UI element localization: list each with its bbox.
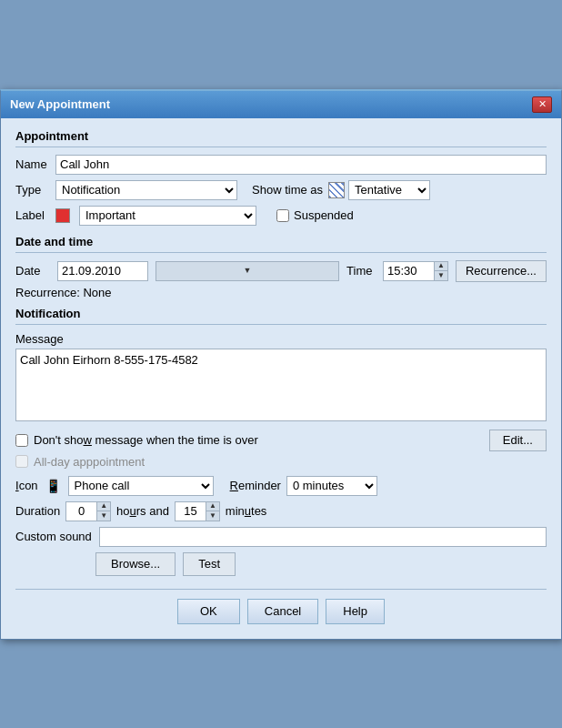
hours-up-btn[interactable]: ▲ [97, 502, 110, 511]
duration-hours-input[interactable] [65, 501, 96, 521]
reminder-select[interactable]: 0 minutes [286, 476, 377, 496]
show-time-label: Show time as [252, 183, 323, 197]
duration-row: Duration ▲ ▼ hours and ▲ ▼ minutes [15, 501, 547, 521]
label-color-box [55, 208, 70, 223]
appointment-divider [15, 147, 547, 147]
duration-minutes-wrap: ▲ ▼ [175, 501, 220, 521]
time-down-btn[interactable]: ▼ [435, 270, 447, 280]
label-label: Label [15, 208, 50, 222]
footer-buttons: OK Cancel Help [15, 589, 547, 624]
tentative-select-wrap: Tentative [328, 180, 430, 200]
suspended-group: Suspended [276, 208, 354, 222]
title-bar: New Appointment ✕ [1, 91, 561, 118]
dont-show-row: Don't show message when the time is over… [15, 430, 547, 451]
custom-sound-row: Custom sound [15, 527, 547, 547]
type-label: Type [15, 183, 50, 197]
duration-minutes-input[interactable] [175, 501, 206, 521]
name-row: Name [15, 155, 547, 175]
label-row: Label Important Suspended [15, 206, 547, 226]
recurrence-button[interactable]: Recurrence... [456, 260, 547, 282]
notification-section-title: Notification [15, 307, 547, 320]
custom-sound-input[interactable] [99, 527, 547, 547]
date-label: Date [15, 264, 50, 278]
suspended-checkbox[interactable] [276, 209, 289, 222]
new-appointment-dialog: New Appointment ✕ Appointment Name Type … [0, 89, 562, 640]
date-dropdown-btn[interactable]: ▼ [156, 261, 339, 281]
type-select[interactable]: Notification [55, 180, 237, 200]
appointment-section-title: Appointment [15, 129, 547, 143]
notification-divider [15, 324, 547, 325]
label-select[interactable]: Important [79, 206, 256, 226]
allday-row: All-day apppointment [15, 455, 547, 469]
date-input[interactable] [57, 261, 148, 281]
reminder-group: Reminder 0 minutes [230, 476, 377, 496]
dialog-content: Appointment Name Type Notification Show … [1, 118, 561, 639]
ok-button[interactable]: OK [177, 599, 240, 624]
browse-button[interactable]: Browse... [95, 552, 176, 576]
time-up-btn[interactable]: ▲ [435, 262, 447, 271]
help-button[interactable]: Help [326, 599, 385, 624]
suspended-label: Suspended [294, 208, 354, 222]
allday-checkbox[interactable] [15, 455, 28, 468]
close-button[interactable]: ✕ [532, 96, 552, 113]
window-title: New Appointment [10, 97, 110, 111]
icon-label: Icon [15, 479, 38, 492]
time-label: Time [346, 264, 376, 278]
tentative-icon [328, 182, 345, 198]
name-input[interactable] [55, 155, 547, 175]
minutes-spinner: ▲ ▼ [206, 501, 220, 521]
test-button[interactable]: Test [183, 552, 236, 576]
edit-button[interactable]: Edit... [489, 430, 547, 451]
allday-label: All-day apppointment [34, 455, 145, 469]
duration-label: Duration [15, 504, 60, 518]
icon-select[interactable]: Phone call [68, 476, 214, 496]
type-row: Type Notification Show time as Tentative [15, 180, 547, 200]
duration-hours-wrap: ▲ ▼ [65, 501, 111, 521]
time-input-wrap: ▲ ▼ [383, 261, 448, 281]
time-input[interactable] [383, 261, 434, 281]
message-textarea[interactable]: Call John Eirhorn 8-555-175-4582 [15, 349, 547, 421]
browse-test-row: Browse... Test [95, 552, 547, 576]
date-time-divider [15, 252, 547, 253]
time-spinner: ▲ ▼ [434, 261, 448, 281]
recurrence-text: Recurrence: None [15, 286, 547, 299]
notification-section: Notification Message Call John Eirhorn 8… [15, 307, 547, 576]
show-time-select[interactable]: Tentative [348, 180, 430, 200]
hours-down-btn[interactable]: ▼ [97, 511, 110, 521]
reminder-label: Reminder [230, 479, 281, 492]
cancel-button[interactable]: Cancel [247, 599, 318, 624]
dont-show-checkbox[interactable] [15, 434, 28, 447]
minutes-up-btn[interactable]: ▲ [206, 502, 219, 511]
hours-spinner: ▲ ▼ [96, 501, 111, 521]
message-label: Message [15, 332, 547, 346]
date-time-row: Date ▼ Time ▲ ▼ Recurrence... [15, 260, 547, 282]
custom-sound-label: Custom sound [15, 530, 92, 543]
phone-icon: 📱 [45, 479, 61, 493]
hours-label: hours and [116, 504, 169, 518]
dont-show-label: Don't show message when the time is over [34, 433, 258, 447]
icon-row: Icon 📱 Phone call Reminder 0 minutes [15, 476, 547, 496]
date-time-section-title: Date and time [15, 235, 547, 248]
minutes-down-btn[interactable]: ▼ [206, 511, 219, 521]
minutes-label: minutes [226, 504, 267, 518]
name-label: Name [15, 157, 50, 171]
show-time-group: Show time as Tentative [252, 180, 430, 200]
